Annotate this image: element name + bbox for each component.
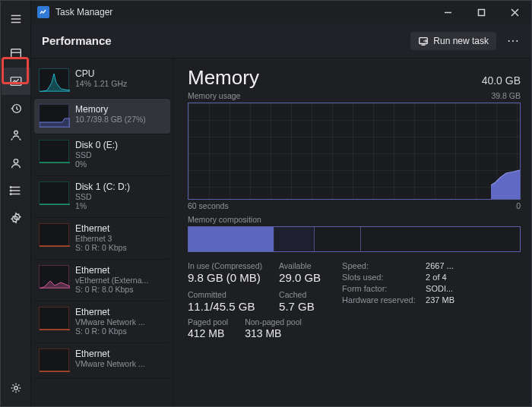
nonpaged-value: 313 MB xyxy=(245,327,302,339)
resource-sub1: SSD xyxy=(75,150,118,159)
paged-label: Paged pool xyxy=(188,317,228,327)
window: Task Manager Performance Run new task ⋯ … xyxy=(31,1,531,406)
cached-value: 5.7 GB xyxy=(279,300,321,313)
resource-name: Memory xyxy=(75,104,146,115)
sparkline xyxy=(39,181,69,204)
page-header: Performance Run new task ⋯ xyxy=(31,24,531,58)
svg-rect-0 xyxy=(11,49,21,59)
resource-name: Ethernet xyxy=(75,349,145,359)
form-value: SODI... xyxy=(426,284,453,293)
resource-name: Ethernet xyxy=(75,265,148,276)
memory-pane: Memory 40.0 GB Memory usage 39.8 GB 60 s… xyxy=(174,58,531,406)
available-value: 29.0 GB xyxy=(279,271,321,284)
svg-point-6 xyxy=(10,190,11,191)
title-bar: Task Manager xyxy=(31,1,531,24)
performance-icon[interactable] xyxy=(2,68,30,95)
available-label: Available xyxy=(279,261,321,270)
memory-usage-chart[interactable] xyxy=(188,103,521,200)
settings-icon[interactable] xyxy=(2,374,30,402)
cached-label: Cached xyxy=(279,290,321,299)
sparkline xyxy=(39,140,69,162)
committed-label: Committed xyxy=(188,290,262,299)
resource-sub2: 1% xyxy=(75,201,130,210)
chart-y-max: 39.8 GB xyxy=(491,91,521,100)
services-icon[interactable] xyxy=(2,204,30,232)
comp-standby xyxy=(315,227,361,251)
resource-item-cpu[interactable]: CPU14% 1.21 GHz xyxy=(34,63,170,99)
processes-icon[interactable] xyxy=(2,40,30,68)
hamburger-icon[interactable] xyxy=(2,5,30,33)
app-title: Task Manager xyxy=(55,7,112,17)
page-title: Performance xyxy=(42,34,112,47)
more-button[interactable]: ⋯ xyxy=(502,30,524,51)
run-new-task-label: Run new task xyxy=(433,36,489,46)
slots-label: Slots used: xyxy=(342,273,418,282)
speed-label: Speed: xyxy=(342,261,418,270)
startup-icon[interactable] xyxy=(2,122,30,150)
users-icon[interactable] xyxy=(2,150,30,177)
chart-x-right: 0 xyxy=(516,201,521,210)
svg-point-7 xyxy=(10,194,11,195)
speed-value: 2667 ... xyxy=(426,261,454,270)
svg-point-3 xyxy=(14,131,17,134)
svg-point-5 xyxy=(10,187,11,188)
comp-in-use xyxy=(188,227,274,251)
resource-sub1: VMware Network ... xyxy=(75,359,145,368)
composition-chart[interactable] xyxy=(188,226,521,252)
resource-item-disk-1-c-d-[interactable]: Disk 1 (C: D:)SSD1% xyxy=(34,176,170,218)
resource-sub2: S: 0 R: 8.0 Kbps xyxy=(75,285,148,294)
hw-label: Hardware reserved: xyxy=(342,295,418,304)
resource-item-disk-0-e-[interactable]: Disk 0 (E:)SSD0% xyxy=(34,134,170,176)
resource-item-ethernet[interactable]: EthernetEthernet 3S: 0 R: 0 Kbps xyxy=(34,218,170,260)
nonpaged-label: Non-paged pool xyxy=(245,317,302,327)
nav-rail xyxy=(1,1,31,406)
svg-point-8 xyxy=(14,216,17,219)
resource-name: Ethernet xyxy=(75,223,127,234)
form-label: Form factor: xyxy=(342,284,418,293)
resource-sub1: SSD xyxy=(75,192,130,201)
memory-capacity: 40.0 GB xyxy=(482,74,521,87)
memory-stats: In use (Compressed)9.8 GB (0 MB) Committ… xyxy=(188,261,521,313)
run-new-task-button[interactable]: Run new task xyxy=(410,32,496,50)
resource-sub1: 14% 1.21 GHz xyxy=(75,79,127,88)
in-use-label: In use (Compressed) xyxy=(188,261,262,270)
resource-sub1: vEthernet (Externa... xyxy=(75,276,148,285)
comp-free xyxy=(361,227,520,251)
in-use-value: 9.8 GB (0 MB) xyxy=(188,271,262,284)
sparkline xyxy=(39,265,69,288)
composition-label: Memory composition xyxy=(188,215,521,224)
resource-item-ethernet[interactable]: EthernetVMware Network ...S: 0 R: 0 Kbps xyxy=(34,301,170,343)
resource-sub1: VMware Network ... xyxy=(75,317,145,327)
svg-rect-10 xyxy=(478,9,484,15)
resource-sub2: 0% xyxy=(75,159,118,169)
resource-sub2: S: 0 R: 0 Kbps xyxy=(75,327,145,336)
resource-item-ethernet[interactable]: EthernetVMware Network ... xyxy=(34,343,170,379)
run-icon xyxy=(418,36,429,46)
sparkline xyxy=(39,349,69,371)
app-history-icon[interactable] xyxy=(2,95,30,122)
svg-point-4 xyxy=(14,159,17,163)
minimize-button[interactable] xyxy=(431,1,464,24)
details-icon[interactable] xyxy=(2,177,30,204)
resource-list[interactable]: CPU14% 1.21 GHzMemory10.7/39.8 GB (27%)D… xyxy=(31,58,174,406)
sparkline xyxy=(39,223,69,246)
paged-value: 412 MB xyxy=(188,327,228,339)
svg-point-9 xyxy=(14,386,17,390)
resource-item-ethernet[interactable]: EthernetvEthernet (Externa...S: 0 R: 8.0… xyxy=(34,260,170,301)
sparkline xyxy=(39,104,69,127)
resource-sub1: 10.7/39.8 GB (27%) xyxy=(75,115,146,124)
committed-value: 11.1/45.5 GB xyxy=(188,300,262,313)
resource-sub2: S: 0 R: 0 Kbps xyxy=(75,243,127,252)
comp-modified xyxy=(274,227,314,251)
resource-name: Disk 1 (C: D:) xyxy=(75,181,130,192)
resource-name: Ethernet xyxy=(75,307,145,317)
sparkline xyxy=(39,68,69,91)
chart-x-left: 60 seconds xyxy=(188,201,229,210)
close-button[interactable] xyxy=(498,1,531,24)
pane-title: Memory xyxy=(188,66,259,90)
resource-item-memory[interactable]: Memory10.7/39.8 GB (27%) xyxy=(34,99,170,134)
app-icon xyxy=(37,6,49,18)
maximize-button[interactable] xyxy=(464,1,498,24)
sparkline xyxy=(39,307,69,330)
resource-sub1: Ethernet 3 xyxy=(75,234,127,243)
